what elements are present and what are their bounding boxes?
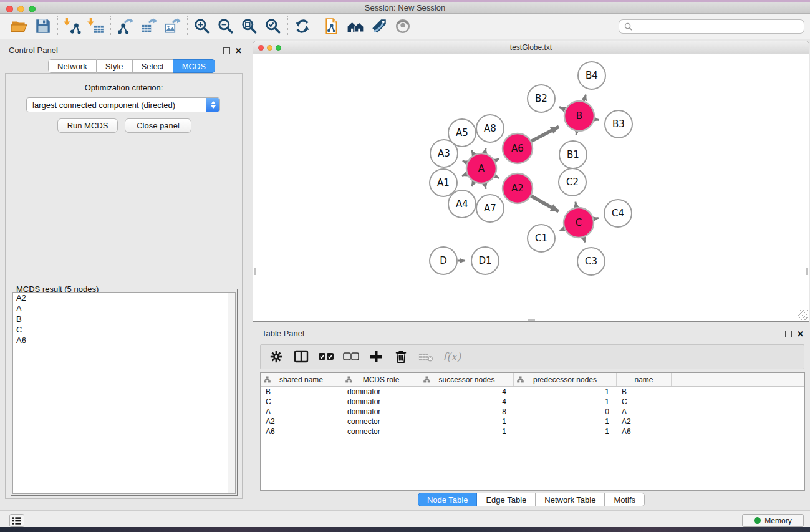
node-C1[interactable]: C1 <box>528 225 555 252</box>
open-session-button[interactable] <box>7 16 31 37</box>
tab-mcds[interactable]: MCDS <box>173 59 215 73</box>
search-input[interactable] <box>636 22 799 31</box>
column-header-MCDS-role[interactable]: MCDS role <box>342 373 420 386</box>
edge-B-B1[interactable] <box>576 132 577 135</box>
label-button[interactable] <box>367 16 391 37</box>
close-panel-button[interactable]: Close panel <box>125 118 191 133</box>
close-window-button[interactable] <box>6 6 13 12</box>
edge-B-B3[interactable] <box>594 119 599 120</box>
node-C4[interactable]: C4 <box>604 200 632 227</box>
mcds-result-item[interactable]: A <box>13 303 235 314</box>
table-row[interactable]: A6connector11A6 <box>261 427 804 437</box>
table-row[interactable]: A2connector11A2 <box>261 417 804 427</box>
column-header-shared-name[interactable]: shared name <box>261 373 342 386</box>
run-mcds-button[interactable]: Run MCDS <box>57 118 118 133</box>
table-panel-float-button[interactable] <box>785 329 792 340</box>
edge-A-A5[interactable] <box>471 150 474 155</box>
edge-C-C2[interactable] <box>576 202 576 208</box>
node-table[interactable]: shared nameMCDS rolesuccessor nodesprede… <box>260 372 805 491</box>
mcds-result-item[interactable]: A6 <box>13 335 235 346</box>
show-columns-button[interactable] <box>293 349 309 365</box>
select-all-button[interactable] <box>318 349 334 365</box>
edge-A-A2[interactable] <box>495 176 499 178</box>
tab-style[interactable]: Style <box>97 59 133 73</box>
edge-C-C1[interactable] <box>560 229 564 231</box>
scroll-thumb-bottom[interactable] <box>528 319 535 321</box>
network-minimize-button[interactable] <box>267 45 272 51</box>
edge-A-A7[interactable] <box>485 183 486 188</box>
export-image-button[interactable] <box>161 16 185 37</box>
mcds-result-item[interactable]: B <box>13 314 235 324</box>
deselect-all-button[interactable] <box>343 349 359 365</box>
new-network-from-selection-button[interactable] <box>320 16 344 37</box>
search-field[interactable] <box>619 19 804 34</box>
zoom-out-button[interactable] <box>214 16 238 37</box>
network-maximize-button[interactable] <box>276 45 281 51</box>
home-button[interactable] <box>344 16 367 37</box>
create-column-button[interactable] <box>368 349 384 365</box>
node-A2[interactable]: A2 <box>503 173 533 203</box>
zoom-selected-button[interactable] <box>261 16 285 37</box>
import-network-button[interactable] <box>60 16 84 37</box>
scroll-thumb-right[interactable] <box>806 268 808 275</box>
edge-A-A4[interactable] <box>471 182 474 186</box>
edge-C-C3[interactable] <box>584 238 586 243</box>
resize-grip[interactable] <box>798 310 808 320</box>
column-header-name[interactable]: name <box>617 373 672 386</box>
save-session-button[interactable] <box>31 16 55 37</box>
table-row[interactable]: Cdominator41C <box>261 397 804 407</box>
tab-node-table[interactable]: Node Table <box>418 493 478 506</box>
mcds-result-item[interactable]: A2 <box>13 293 235 303</box>
node-D1[interactable]: D1 <box>471 247 499 274</box>
network-graph[interactable]: AA1A2A3A4A5A6A7A8BB1B2B3B4CC1C2C3C4DD1 <box>253 54 809 321</box>
control-panel-float-button[interactable] <box>223 46 230 57</box>
node-D[interactable]: D <box>430 247 457 274</box>
tab-motifs[interactable]: Motifs <box>605 493 645 506</box>
edge-A-A8[interactable] <box>485 148 486 153</box>
edge-A-A6[interactable] <box>495 158 499 160</box>
node-B1[interactable]: B1 <box>559 141 587 168</box>
scrollbar-track[interactable] <box>228 293 235 493</box>
column-header-successor-nodes[interactable]: successor nodes <box>420 373 514 386</box>
maximize-window-button[interactable] <box>29 6 36 12</box>
import-table-button[interactable] <box>84 16 108 37</box>
tab-network[interactable]: Network <box>48 59 97 73</box>
node-A[interactable]: A <box>466 153 496 183</box>
column-header-predecessor-nodes[interactable]: predecessor nodes <box>514 373 617 386</box>
node-C2[interactable]: C2 <box>559 168 586 196</box>
control-panel-close-button[interactable]: ✕ <box>235 45 242 56</box>
export-network-button[interactable] <box>113 16 137 37</box>
table-settings-button[interactable] <box>268 349 284 365</box>
delete-table-button[interactable] <box>418 349 434 365</box>
node-A7[interactable]: A7 <box>476 195 504 222</box>
edge-A2-C[interactable] <box>531 196 559 211</box>
network-close-button[interactable] <box>258 45 264 51</box>
zoom-in-button[interactable] <box>190 16 214 37</box>
main-title-bar[interactable]: Session: New Session <box>0 2 810 14</box>
table-row[interactable]: Bdominator41B <box>261 387 804 397</box>
table-panel-close-button[interactable]: ✕ <box>797 328 804 339</box>
edge-A-A3[interactable] <box>463 161 467 163</box>
node-C[interactable]: C <box>564 208 594 238</box>
criterion-dropdown[interactable]: largest connected component (directed) <box>26 97 220 112</box>
node-B4[interactable]: B4 <box>578 62 605 89</box>
scroll-thumb-left[interactable] <box>254 268 256 275</box>
edge-C-C4[interactable] <box>594 218 599 219</box>
apply-layout-button[interactable] <box>291 16 314 37</box>
node-C3[interactable]: C3 <box>577 248 605 275</box>
node-A1[interactable]: A1 <box>430 169 457 196</box>
tab-network-table[interactable]: Network Table <box>536 493 605 506</box>
memory-button[interactable]: Memory <box>742 514 804 527</box>
tab-edge-table[interactable]: Edge Table <box>477 493 536 506</box>
node-A8[interactable]: A8 <box>476 115 504 142</box>
node-A5[interactable]: A5 <box>448 119 476 147</box>
node-A4[interactable]: A4 <box>448 190 476 218</box>
export-table-button[interactable] <box>137 16 161 37</box>
tab-select[interactable]: Select <box>133 59 173 73</box>
delete-column-button[interactable] <box>393 349 409 365</box>
edge-B-B4[interactable] <box>584 95 586 102</box>
edge-B-B2[interactable] <box>559 107 565 109</box>
edge-A-A1[interactable] <box>462 174 467 176</box>
zoom-fit-button[interactable] <box>238 16 261 37</box>
mcds-result-item[interactable]: C <box>13 324 235 335</box>
